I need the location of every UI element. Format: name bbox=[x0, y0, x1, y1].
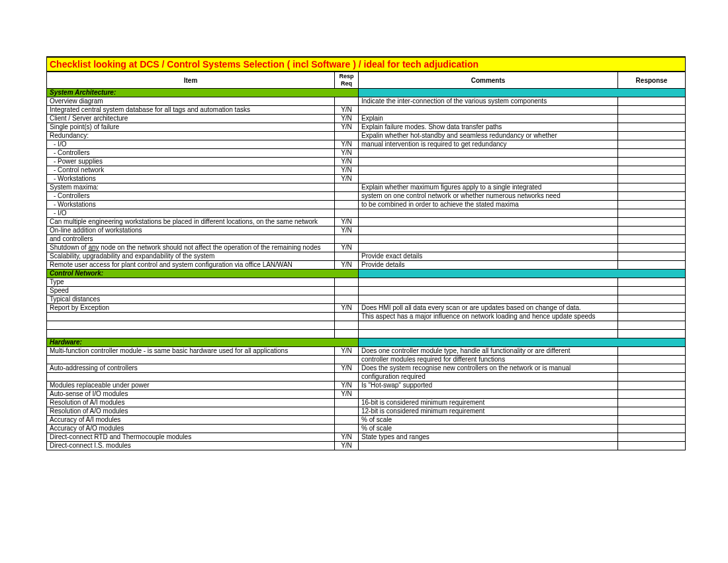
table-row: Scalability, upgradability and expandabi… bbox=[47, 252, 686, 261]
resp-cell: Y/N bbox=[335, 442, 359, 450]
resp-cell bbox=[335, 201, 359, 209]
table-row: controller modules required for differen… bbox=[47, 356, 686, 364]
comment-cell: 16-bit is considered minimum requirement bbox=[359, 399, 618, 407]
response-cell bbox=[618, 330, 686, 338]
item-cell: - Workstations bbox=[47, 201, 335, 209]
comment-cell bbox=[359, 149, 618, 158]
comment-cell: % of scale bbox=[359, 425, 618, 433]
table-row: Resolution of A/I modules16-bit is consi… bbox=[47, 399, 686, 407]
comment-cell bbox=[359, 287, 618, 295]
item-cell: Client / Server architecture bbox=[47, 115, 335, 123]
item-cell: Scalability, upgradability and expandabi… bbox=[47, 252, 335, 261]
response-cell bbox=[618, 313, 686, 321]
response-cell bbox=[618, 209, 686, 218]
section-header: Control Network: bbox=[47, 270, 359, 278]
item-cell bbox=[47, 356, 335, 364]
resp-cell: Y/N bbox=[335, 123, 359, 132]
table-row: Auto-addressing of controllersY/NDoes th… bbox=[47, 364, 686, 373]
response-cell bbox=[618, 166, 686, 175]
response-cell bbox=[618, 364, 686, 373]
comment-cell bbox=[359, 295, 618, 304]
response-cell bbox=[618, 149, 686, 158]
item-cell: - I/O bbox=[47, 209, 335, 218]
item-cell: - Controllers bbox=[47, 149, 335, 158]
response-cell bbox=[618, 201, 686, 209]
section-header: Hardware: bbox=[47, 338, 359, 347]
response-cell bbox=[618, 252, 686, 261]
comment-cell: controller modules required for differen… bbox=[359, 356, 618, 364]
response-cell bbox=[618, 183, 686, 192]
response-cell bbox=[618, 425, 686, 433]
response-cell bbox=[618, 287, 686, 295]
comment-cell bbox=[359, 330, 618, 338]
comment-cell: This aspect has a major influence on net… bbox=[359, 313, 618, 321]
table-row: Typical distances bbox=[47, 295, 686, 304]
resp-cell: Y/N bbox=[335, 227, 359, 235]
comment-cell: Does HMI poll all data every scan or are… bbox=[359, 304, 618, 313]
comment-cell bbox=[359, 442, 618, 450]
item-cell: Redundancy: bbox=[47, 132, 335, 140]
table-row: - Workstationsto be combined in order to… bbox=[47, 201, 686, 209]
item-cell: - Controllers bbox=[47, 192, 335, 201]
table-row: - I/O bbox=[47, 209, 686, 218]
resp-cell bbox=[335, 132, 359, 140]
item-cell: Single point(s) of failure bbox=[47, 123, 335, 132]
comment-cell: Indicate the inter-connection of the var… bbox=[359, 97, 618, 106]
comment-cell: Explain bbox=[359, 115, 618, 123]
resp-cell: Y/N bbox=[335, 433, 359, 442]
resp-cell: Y/N bbox=[335, 115, 359, 123]
column-header-resp: RespReq bbox=[335, 72, 359, 89]
item-cell: Resolution of A/O modules bbox=[47, 407, 335, 416]
resp-cell: Y/N bbox=[335, 218, 359, 227]
response-cell bbox=[618, 304, 686, 313]
resp-cell bbox=[335, 235, 359, 244]
resp-cell bbox=[335, 399, 359, 407]
response-cell bbox=[618, 235, 686, 244]
response-cell bbox=[618, 227, 686, 235]
checklist-sheet: Checklist looking at DCS / Control Syste… bbox=[46, 56, 685, 450]
table-row: Overview diagramIndicate the inter-conne… bbox=[47, 97, 686, 106]
resp-cell: Y/N bbox=[335, 304, 359, 313]
resp-cell: Y/N bbox=[335, 106, 359, 115]
item-cell: - Workstations bbox=[47, 175, 335, 183]
comment-cell bbox=[359, 175, 618, 183]
comment-cell: configuration required bbox=[359, 373, 618, 382]
item-cell: - Power supplies bbox=[47, 158, 335, 166]
comment-cell: manual intervention is required to get r… bbox=[359, 140, 618, 149]
comment-cell: Is "Hot-swap" supported bbox=[359, 382, 618, 390]
comment-cell: system on one control network or whether… bbox=[359, 192, 618, 201]
table-row bbox=[47, 321, 686, 330]
item-cell: Resolution of A/I modules bbox=[47, 399, 335, 407]
comment-cell bbox=[359, 321, 618, 330]
table-row: Auto-sense of I/O modulesY/N bbox=[47, 390, 686, 399]
comment-cell: Does one controller module type, handle … bbox=[359, 347, 618, 356]
resp-cell: Y/N bbox=[335, 158, 359, 166]
table-row: On-line addition of workstationsY/N bbox=[47, 227, 686, 235]
response-cell bbox=[618, 390, 686, 399]
table-row: and controllers bbox=[47, 235, 686, 244]
table-row: - Control networkY/N bbox=[47, 166, 686, 175]
comment-cell bbox=[359, 106, 618, 115]
column-header-item: Item bbox=[47, 72, 335, 89]
resp-cell bbox=[335, 209, 359, 218]
item-cell: Can multiple engineering workstations be… bbox=[47, 218, 335, 227]
item-cell: Typical distances bbox=[47, 295, 335, 304]
table-row: Redundancy:Expalin whether hot-standby a… bbox=[47, 132, 686, 140]
item-cell: Accuracy of A/O modules bbox=[47, 425, 335, 433]
item-cell: - I/O bbox=[47, 140, 335, 149]
comment-cell bbox=[359, 227, 618, 235]
resp-cell: Y/N bbox=[335, 390, 359, 399]
table-row: Integrated central system database for a… bbox=[47, 106, 686, 115]
item-cell: Direct-connect RTD and Thermocouple modu… bbox=[47, 433, 335, 442]
table-row: Single point(s) of failureY/NExplain fai… bbox=[47, 123, 686, 132]
table-row: - ControllersY/N bbox=[47, 149, 686, 158]
item-cell bbox=[47, 330, 335, 338]
response-cell bbox=[618, 399, 686, 407]
comment-cell: Explain failure modes. Show data transfe… bbox=[359, 123, 618, 132]
comment-cell: Provide exact details bbox=[359, 252, 618, 261]
response-cell bbox=[618, 175, 686, 183]
response-cell bbox=[618, 106, 686, 115]
resp-cell bbox=[335, 407, 359, 416]
resp-cell bbox=[335, 313, 359, 321]
response-cell bbox=[618, 244, 686, 252]
